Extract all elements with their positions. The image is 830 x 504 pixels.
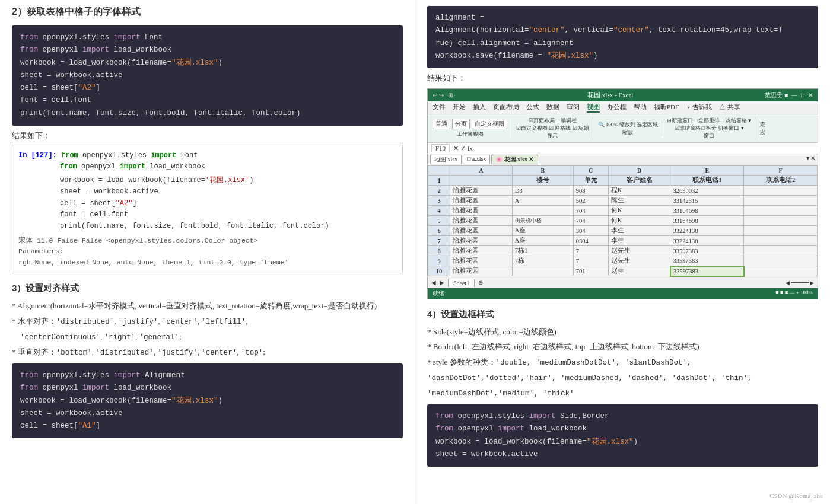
ribbon-show-label: 显示 (547, 132, 558, 140)
add-sheet-icon: ⊕ (478, 279, 483, 286)
section3-title: 3）设置对齐样式 (12, 283, 403, 294)
table-row: 8 怡雅花园 7栋1 7 赵先生 33597383 (428, 246, 818, 256)
bullet2: * 水平对齐：'distributed', 'justify', 'center… (12, 315, 403, 328)
ribbon-macro-label: 宏 (760, 129, 765, 136)
bullet8: 'mediumDashDot','medium', 'thick' (427, 387, 818, 400)
code-block-2: from openpyxl.styles import Alignment fr… (12, 363, 403, 438)
bullet7: 'dashDotDot','dotted','hair', 'mediumDas… (427, 372, 818, 384)
scroll-bar: ◀ ━━━━━━ ▶ (786, 280, 815, 286)
table-row: 5 怡雅花园 街景梯中楼 704 何K 33164698 (428, 216, 818, 226)
minimize-icon: — (791, 92, 797, 98)
menu-office: 办公框 (607, 103, 627, 113)
left-panel: 2）获取表格中格子的字体样式 from openpyxl.styles impo… (0, 0, 415, 504)
table-row: 10 怡雅花园 701 赵生 33597383 (428, 266, 818, 276)
code-block-3: from openpyxl.styles import Side,Border … (427, 404, 818, 467)
formula-icon: ✕ ✓ fx (453, 145, 473, 152)
code-block-1: from openpyxl.styles import Font from op… (12, 25, 403, 126)
watermark: CSDN @Koma_zhe (769, 492, 823, 499)
nav-left: ◀ (431, 279, 436, 286)
bullet3: * 垂直对齐：'bottom', 'distributed', 'justify… (12, 346, 403, 359)
menu-help: 帮助 (634, 103, 647, 113)
excel-user: 范思贵 ■ (765, 91, 788, 100)
bullet2b: 'centerContinuous', 'right', 'general'; (12, 331, 403, 343)
excel-ribbon: 普通 分页 自定义视图 工作簿视图 ☑页面布局 □ 编辑栏 ☑自定义视图 ☑ 网… (428, 114, 818, 143)
bullet4: * Side(style=边线样式, color=边线颜色) (427, 326, 818, 339)
jupyter-output-block: In [127]: from openpyxl.styles import Fo… (12, 145, 403, 273)
menu-formula: 公式 (526, 103, 539, 113)
table-row: 2 怡雅花园 D3 908 程K 32690032 (428, 186, 818, 196)
ribbon-zoom-label: 缩放 (622, 129, 633, 136)
ready-label: 就绪 (433, 289, 444, 298)
table-row: 1 楼号 单元 客户姓名 联系电话1 联系电话2 (428, 176, 818, 186)
excel-user-area: 范思贵 ■ — □ ✕ (765, 91, 813, 100)
excel-left-icons: ↩ ↪ · ⊞ · (433, 92, 456, 98)
excel-tabs-row: 地图.xlsx □ a.xlsx 🌸 花园.xlsx ✕ ▾ ✕ (428, 154, 818, 165)
tab-huayuan: 地图.xlsx (430, 155, 462, 164)
cell-reference: F10 (431, 144, 450, 152)
right-panel: alignment = Alignment(horizontal="center… (415, 0, 830, 504)
table-row: 9 怡雅花园 7栋 7 赵先生 33597383 (428, 256, 818, 266)
menu-home: 开始 (453, 103, 466, 113)
tab-a-xlsx: □ a.xlsx (463, 155, 490, 164)
bullet1: * Alignment(horizontal=水平对齐模式, vertical=… (12, 300, 403, 312)
section2-title: 2）获取表格中格子的字体样式 (12, 6, 403, 18)
excel-title: 花园.xlsx - Excel (456, 91, 765, 100)
tab-huayuan2: 🌸 花园.xlsx ✕ (491, 155, 538, 164)
ribbon-workbook-views-label: 工作簿视图 (457, 130, 484, 138)
excel-formula-bar: F10 ✕ ✓ fx (428, 143, 818, 154)
menu-file: 文件 (433, 103, 446, 113)
menu-share: △ 共享 (719, 103, 740, 113)
ribbon-normal: 普通 (433, 119, 450, 129)
tab-close-right: ▾ ✕ (806, 155, 816, 164)
menu-foxitpdf: 福昕PDF (654, 103, 679, 113)
menu-tell: ♀ 告诉我 (686, 103, 712, 113)
menu-data: 数据 (546, 103, 559, 113)
col-header-row: A B C D E F (428, 166, 818, 176)
ribbon-window-label: 窗口 (704, 132, 714, 140)
result-label-1: 结果如下： (12, 130, 403, 141)
menu-review: 审阅 (567, 103, 580, 113)
table-row: 6 怡雅花园 A座 304 李生 33224138 (428, 226, 818, 236)
menu-layout: 页面布局 (493, 103, 519, 113)
bullet6: * style 参数的种类：'double, 'mediumDashDotDot… (427, 356, 818, 369)
excel-statusbar: 就绪 ■ ■ ■ — + 100% (428, 288, 818, 299)
excel-screenshot: ↩ ↪ · ⊞ · 花园.xlsx - Excel 范思贵 ■ — □ ✕ 文件… (427, 88, 818, 299)
maximize-icon: □ (801, 92, 804, 98)
table-row: 4 怡雅花园 704 何K 33164698 (428, 206, 818, 216)
result-label-2: 结果如下： (427, 73, 818, 84)
ribbon-split: 分页 (452, 119, 470, 129)
menu-view: 视图 (587, 103, 600, 113)
sheet-tab-1: Sheet1 (448, 279, 475, 287)
excel-data-table: A B C D E F 1 楼号 单元 客户姓名 联系 (428, 165, 818, 277)
excel-menubar: 文件 开始 插入 页面布局 公式 数据 审阅 视图 办公框 帮助 福昕PDF ♀… (428, 101, 818, 114)
section4-title: 4）设置边框样式 (427, 309, 818, 320)
close-icon: ✕ (808, 92, 813, 98)
excel-sheetbar: ◀ ▶ Sheet1 ⊕ ◀ ━━━━━━ ▶ (428, 277, 818, 288)
excel-table-container: A B C D E F 1 楼号 单元 客户姓名 联系 (428, 165, 818, 277)
bullet5: * Border(left=左边线样式, right=右边线样式, top=上边… (427, 341, 818, 353)
excel-titlebar: ↩ ↪ · ⊞ · 花园.xlsx - Excel 范思贵 ■ — □ ✕ (428, 89, 818, 101)
menu-insert: 插入 (473, 103, 486, 113)
code-block-top: alignment = Alignment(horizontal="center… (427, 6, 818, 68)
nav-right: ▶ (440, 279, 444, 286)
zoom-controls: ■ ■ ■ — + 100% (775, 289, 813, 298)
table-row: 3 怡雅花园 A 502 陈生 33142315 (428, 196, 818, 206)
ribbon-custom: 自定义视图 (472, 119, 507, 129)
table-row: 7 怡雅花园 A座 0304 李生 33224138 (428, 236, 818, 246)
